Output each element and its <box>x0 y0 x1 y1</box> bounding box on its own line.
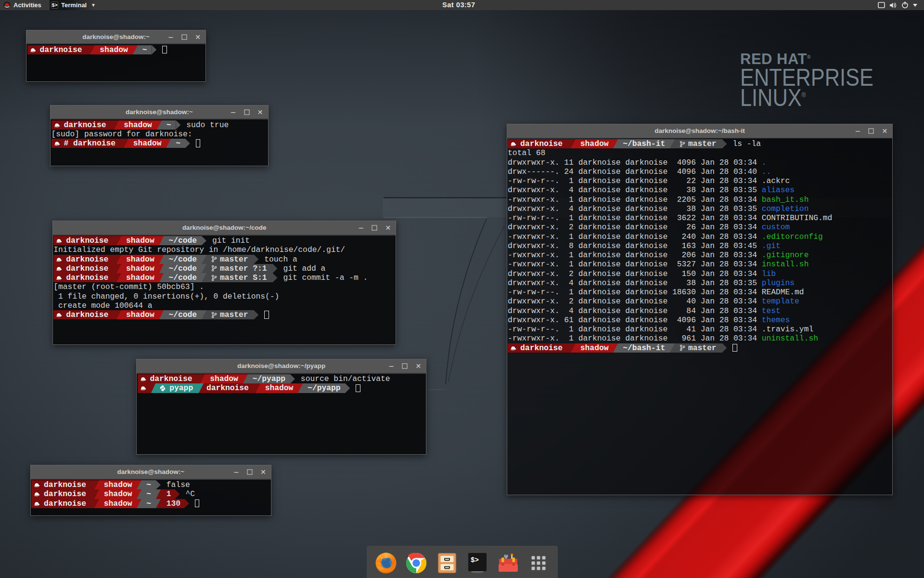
svg-text:$>: $> <box>471 556 479 564</box>
svg-text:$>: $> <box>51 3 57 8</box>
